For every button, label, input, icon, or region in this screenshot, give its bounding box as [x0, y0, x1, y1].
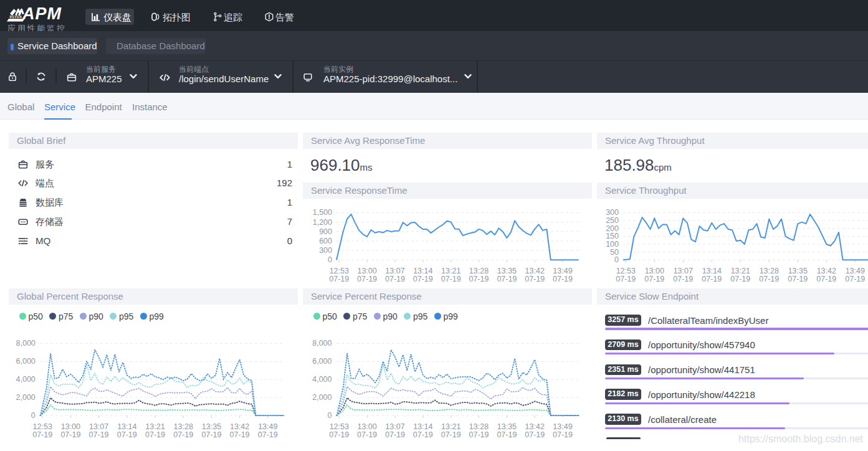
svg-text:07-19: 07-19: [553, 430, 573, 439]
svg-text:8,000: 8,000: [16, 339, 36, 348]
svg-text:07-19: 07-19: [60, 430, 80, 439]
svg-text:07-19: 07-19: [32, 430, 52, 439]
svg-text:13:14: 13:14: [117, 422, 136, 431]
svg-text:250: 250: [606, 216, 619, 225]
svg-text:07-19: 07-19: [230, 430, 250, 439]
svg-text:07-19: 07-19: [469, 275, 489, 283]
svg-text:1,500: 1,500: [313, 208, 332, 217]
svg-text:13:14: 13:14: [702, 267, 722, 275]
svg-text:07-19: 07-19: [644, 275, 664, 283]
svg-text:50: 50: [610, 248, 619, 257]
svg-text:13:00: 13:00: [357, 422, 376, 431]
svg-text:13:07: 13:07: [89, 422, 108, 431]
svg-text:13:35: 13:35: [497, 267, 517, 275]
svg-text:150: 150: [606, 232, 619, 240]
svg-text:13:35: 13:35: [497, 422, 517, 431]
svg-text:07-19: 07-19: [117, 430, 137, 439]
svg-text:13:07: 13:07: [385, 267, 404, 275]
svg-text:4,000: 4,000: [312, 375, 331, 384]
svg-text:100: 100: [606, 240, 619, 249]
svg-text:6,000: 6,000: [16, 357, 36, 366]
svg-text:07-19: 07-19: [525, 430, 545, 439]
svg-text:12:53: 12:53: [33, 422, 52, 431]
svg-text:300: 300: [606, 208, 619, 217]
svg-text:13:42: 13:42: [525, 422, 545, 431]
svg-text:8,000: 8,000: [312, 339, 331, 348]
svg-text:07-19: 07-19: [385, 275, 405, 283]
svg-text:0: 0: [328, 255, 332, 264]
svg-text:13:28: 13:28: [174, 422, 193, 431]
svg-text:13:42: 13:42: [525, 267, 545, 275]
svg-text:13:49: 13:49: [258, 422, 277, 431]
svg-text:0: 0: [328, 411, 332, 420]
svg-text:07-19: 07-19: [145, 430, 165, 439]
svg-text:13:42: 13:42: [817, 267, 836, 275]
svg-text:07-19: 07-19: [553, 275, 573, 283]
svg-text:07-19: 07-19: [702, 275, 722, 283]
svg-text:200: 200: [606, 224, 619, 233]
svg-text:1,200: 1,200: [313, 218, 332, 227]
svg-text:13:28: 13:28: [760, 267, 779, 275]
svg-text:07-19: 07-19: [329, 275, 349, 283]
svg-text:12:53: 12:53: [330, 422, 349, 431]
svg-text:13:42: 13:42: [230, 422, 249, 431]
svg-text:07-19: 07-19: [441, 275, 461, 283]
svg-text:13:07: 13:07: [385, 422, 404, 431]
svg-text:07-19: 07-19: [357, 430, 377, 439]
svg-text:900: 900: [319, 227, 332, 236]
svg-text:2,000: 2,000: [312, 393, 331, 402]
svg-text:07-19: 07-19: [673, 275, 693, 283]
svg-text:07-19: 07-19: [173, 430, 193, 439]
svg-text:07-19: 07-19: [413, 430, 433, 439]
svg-text:13:49: 13:49: [553, 267, 572, 275]
svg-text:13:28: 13:28: [469, 267, 489, 275]
svg-text:07-19: 07-19: [201, 430, 221, 439]
svg-text:13:21: 13:21: [731, 267, 750, 275]
svg-text:07-19: 07-19: [497, 275, 517, 283]
svg-text:07-19: 07-19: [845, 275, 865, 283]
svg-text:07-19: 07-19: [616, 275, 636, 283]
svg-text:0: 0: [614, 255, 619, 264]
svg-text:07-19: 07-19: [89, 430, 109, 439]
svg-text:13:00: 13:00: [645, 267, 664, 275]
svg-text:07-19: 07-19: [469, 430, 489, 439]
svg-text:13:21: 13:21: [145, 422, 165, 431]
svg-text:13:21: 13:21: [441, 267, 460, 275]
svg-text:07-19: 07-19: [816, 275, 836, 283]
svg-text:07-19: 07-19: [525, 275, 545, 283]
svg-text:2,000: 2,000: [16, 393, 36, 402]
svg-text:600: 600: [319, 237, 332, 245]
svg-text:13:00: 13:00: [357, 267, 376, 275]
svg-text:REVEN: REVEN: [10, 16, 22, 19]
svg-text:07-19: 07-19: [441, 430, 461, 439]
svg-text:07-19: 07-19: [730, 275, 750, 283]
svg-text:13:07: 13:07: [674, 267, 693, 275]
svg-text:12:53: 12:53: [330, 267, 349, 275]
svg-text:13:14: 13:14: [413, 267, 432, 275]
svg-text:13:35: 13:35: [202, 422, 221, 431]
svg-text:300: 300: [319, 246, 332, 255]
svg-text:07-19: 07-19: [759, 275, 779, 283]
svg-text:07-19: 07-19: [329, 430, 349, 439]
svg-text:13:35: 13:35: [788, 267, 808, 275]
svg-text:07-19: 07-19: [258, 430, 278, 439]
svg-text:13:49: 13:49: [846, 267, 865, 275]
svg-text:07-19: 07-19: [788, 275, 808, 283]
svg-text:13:00: 13:00: [61, 422, 80, 431]
svg-text:07-19: 07-19: [357, 275, 377, 283]
svg-text:13:49: 13:49: [553, 422, 572, 431]
svg-text:07-19: 07-19: [385, 430, 405, 439]
svg-text:07-19: 07-19: [413, 275, 433, 283]
svg-text:6,000: 6,000: [312, 357, 331, 366]
svg-text:0: 0: [31, 411, 36, 420]
svg-text:13:14: 13:14: [413, 422, 432, 431]
svg-text:13:28: 13:28: [469, 422, 489, 431]
svg-text:07-19: 07-19: [497, 430, 517, 439]
svg-text:4,000: 4,000: [16, 375, 36, 384]
svg-text:13:21: 13:21: [441, 422, 460, 431]
svg-text:12:53: 12:53: [616, 267, 636, 275]
